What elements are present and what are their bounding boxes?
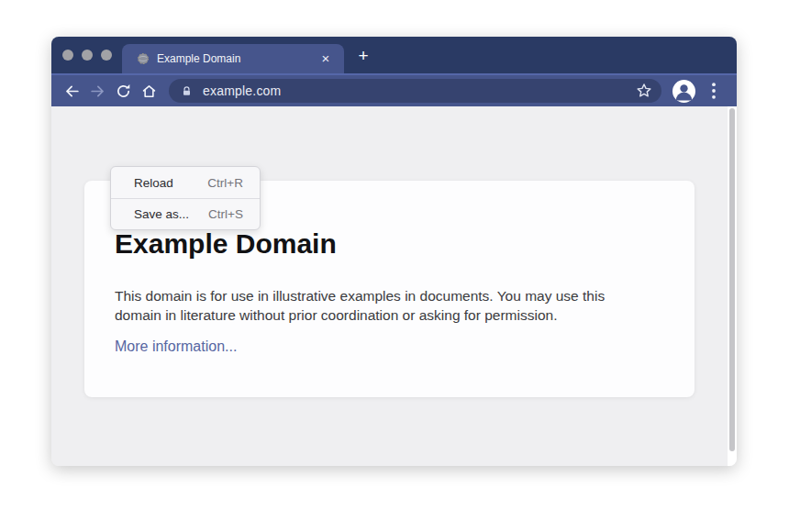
page-title: Example Domain: [115, 228, 658, 260]
url-text: example.com: [203, 83, 281, 98]
address-bar[interactable]: example.com: [169, 79, 661, 103]
vertical-dots-icon: [711, 82, 717, 100]
window-close-button[interactable]: [62, 50, 73, 61]
lock-icon: [181, 85, 193, 97]
browser-menu-button[interactable]: [704, 80, 724, 102]
menu-item-shortcut: Ctrl+S: [208, 207, 243, 221]
back-button[interactable]: [59, 78, 84, 104]
star-icon: [635, 82, 653, 100]
tab-example-domain[interactable]: Example Domain ×: [122, 44, 344, 73]
home-icon: [140, 83, 158, 100]
menu-item-label: Save as...: [134, 207, 189, 221]
context-menu-item-reload[interactable]: Reload Ctrl+R: [111, 167, 260, 198]
tab-close-icon[interactable]: ×: [318, 51, 333, 66]
more-information-link[interactable]: More information...: [115, 338, 237, 355]
page-paragraph: This domain is for use in illustrative e…: [115, 286, 652, 326]
home-button[interactable]: [136, 78, 161, 104]
scrollbar-track: [728, 106, 737, 466]
window-maximize-button[interactable]: [101, 50, 112, 61]
back-arrow-icon: [63, 83, 81, 100]
browser-window: Example Domain × +: [51, 37, 737, 466]
forward-arrow-icon: [89, 83, 106, 100]
menu-item-shortcut: Ctrl+R: [207, 176, 243, 190]
tab-title: Example Domain: [157, 52, 318, 65]
bookmark-star-button[interactable]: [635, 82, 653, 100]
menu-item-label: Reload: [134, 176, 173, 190]
scrollbar-thumb[interactable]: [729, 108, 735, 451]
context-menu: Reload Ctrl+R Save as... Ctrl+S: [110, 166, 261, 230]
reload-button[interactable]: [110, 78, 136, 104]
profile-avatar-button[interactable]: [672, 80, 695, 103]
forward-button[interactable]: [84, 78, 110, 104]
globe-favicon-icon: [137, 52, 150, 65]
window-minimize-button[interactable]: [82, 50, 93, 61]
titlebar: Example Domain × +: [51, 37, 737, 73]
new-tab-button[interactable]: +: [354, 47, 372, 65]
traffic-lights: [62, 50, 112, 61]
toolbar: example.com: [51, 73, 737, 106]
person-icon: [672, 80, 695, 103]
reload-icon: [115, 83, 132, 100]
context-menu-item-save-as[interactable]: Save as... Ctrl+S: [111, 198, 260, 229]
page-viewport: Example Domain This domain is for use in…: [51, 106, 737, 466]
